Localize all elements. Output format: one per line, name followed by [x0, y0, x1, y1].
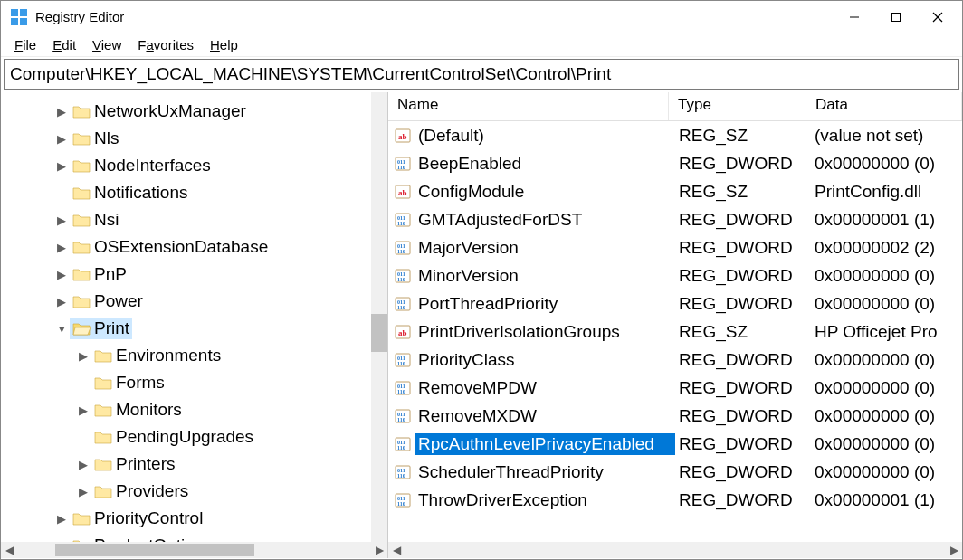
menu-help[interactable]: Help — [202, 35, 246, 54]
scroll-left-icon[interactable]: ◀ — [1, 544, 17, 556]
chevron-right-icon[interactable]: ▶ — [53, 241, 70, 254]
tree-item[interactable]: Notifications — [1, 179, 387, 206]
chevron-right-icon[interactable]: ▶ — [53, 214, 70, 227]
value-name: MinorVersion — [415, 265, 675, 287]
tree-item-label: Forms — [116, 373, 165, 393]
tree-item[interactable]: ▶Printers — [1, 451, 387, 478]
column-header-data[interactable]: Data — [806, 92, 962, 120]
value-data: 0x00000000 (0) — [811, 153, 939, 175]
string-value-icon: ab — [395, 128, 411, 144]
value-row[interactable]: 011110MinorVersionREG_DWORD0x00000000 (0… — [388, 261, 962, 289]
value-type: REG_DWORD — [675, 209, 811, 231]
scroll-right-icon[interactable]: ▶ — [946, 544, 962, 556]
tree-item[interactable]: ▶Providers — [1, 478, 387, 505]
tree-item[interactable]: ▶NodeInterfaces — [1, 152, 387, 179]
svg-text:ab: ab — [398, 188, 407, 197]
maximize-button[interactable] — [875, 3, 917, 32]
tree-scrollbar-thumb-h[interactable] — [55, 544, 254, 556]
value-row[interactable]: 011110GMTAdjustedForDSTREG_DWORD0x000000… — [388, 205, 962, 233]
folder-icon — [72, 267, 91, 282]
close-button[interactable] — [917, 3, 958, 32]
value-name: GMTAdjustedForDST — [415, 209, 675, 231]
tree-item[interactable]: PendingUpgrades — [1, 423, 387, 451]
menu-edit[interactable]: Edit — [44, 35, 84, 54]
folder-icon — [72, 185, 91, 201]
value-row[interactable]: 011110SchedulerThreadPriorityREG_DWORD0x… — [388, 458, 962, 486]
tree-scrollbar-horizontal[interactable]: ◀ ▶ — [1, 542, 387, 558]
value-row[interactable]: abConfigModuleREG_SZPrintConfig.dll — [388, 177, 962, 205]
registry-tree[interactable]: ▶NetworkUxManager▶Nls▶NodeInterfacesNoti… — [1, 92, 387, 558]
chevron-right-icon[interactable]: ▶ — [75, 403, 91, 417]
tree-item[interactable]: ▶PriorityControl — [1, 505, 387, 532]
chevron-right-icon[interactable]: ▶ — [75, 485, 91, 498]
value-row[interactable]: 011110RemoveMXDWREG_DWORD0x00000000 (0) — [388, 402, 962, 430]
value-name: ConfigModule — [415, 181, 675, 203]
tree-item-label: Notifications — [94, 183, 188, 203]
chevron-right-icon[interactable]: ▶ — [53, 512, 70, 526]
tree-item-label: PendingUpgrades — [116, 427, 253, 447]
tree-item[interactable]: Forms — [1, 369, 387, 396]
value-row[interactable]: 011110RpcAuthnLevelPrivacyEnabledREG_DWO… — [388, 430, 962, 458]
tree-pane: ▶NetworkUxManager▶Nls▶NodeInterfacesNoti… — [1, 92, 388, 558]
value-row[interactable]: ab(Default)REG_SZ(value not set) — [388, 121, 962, 149]
address-bar[interactable]: Computer\HKEY_LOCAL_MACHINE\SYSTEM\Curre… — [4, 59, 959, 90]
value-data: 0x00000000 (0) — [811, 349, 939, 371]
value-name: BeepEnabled — [415, 153, 675, 175]
tree-item[interactable]: ▶Power — [1, 288, 387, 315]
value-row[interactable]: 011110PortThreadPriorityREG_DWORD0x00000… — [388, 289, 962, 318]
value-row[interactable]: 011110PriorityClassREG_DWORD0x00000000 (… — [388, 346, 962, 374]
chevron-right-icon[interactable]: ▶ — [53, 295, 70, 308]
value-type: REG_SZ — [675, 321, 811, 343]
column-header-name[interactable]: Name — [388, 92, 669, 120]
tree-item[interactable]: ▾Print — [1, 315, 387, 342]
list-pane: Name Type Data ab(Default)REG_SZ(value n… — [388, 92, 962, 558]
tree-item[interactable]: ▶OSExtensionDatabase — [1, 233, 387, 261]
chevron-right-icon[interactable]: ▶ — [53, 105, 70, 119]
value-type: REG_DWORD — [675, 153, 811, 175]
tree-scrollbar-vertical[interactable] — [371, 92, 387, 542]
tree-item[interactable]: ▶Environments — [1, 342, 387, 369]
app-icon — [10, 8, 28, 26]
tree-item[interactable]: ▶NetworkUxManager — [1, 98, 387, 125]
tree-item-label: Environments — [116, 346, 221, 365]
tree-scrollbar-thumb-v[interactable] — [371, 314, 387, 352]
value-row[interactable]: 011110ThrowDriverExceptionREG_DWORD0x000… — [388, 486, 962, 514]
chevron-down-icon[interactable]: ▾ — [53, 322, 70, 336]
chevron-right-icon[interactable]: ▶ — [53, 159, 70, 173]
value-name: RemoveMPDW — [415, 377, 675, 399]
column-header-type[interactable]: Type — [669, 92, 806, 120]
value-row[interactable]: abPrintDriverIsolationGroupsREG_SZHP Off… — [388, 318, 962, 346]
chevron-right-icon[interactable]: ▶ — [53, 268, 70, 281]
scroll-left-icon[interactable]: ◀ — [388, 544, 405, 556]
menu-view[interactable]: View — [84, 35, 129, 54]
svg-text:110: 110 — [397, 249, 405, 254]
value-data: HP Officejet Pro — [811, 321, 941, 343]
minimize-button[interactable] — [834, 3, 875, 32]
menu-favorites[interactable]: Favorites — [129, 35, 202, 54]
svg-text:110: 110 — [397, 417, 405, 422]
value-name: MajorVersion — [415, 237, 675, 259]
tree-item[interactable]: ▶Nsi — [1, 206, 387, 233]
chevron-right-icon[interactable]: ▶ — [75, 458, 91, 471]
tree-item[interactable]: ▶Monitors — [1, 396, 387, 423]
menu-file[interactable]: File — [6, 35, 44, 54]
chevron-right-icon[interactable]: ▶ — [75, 349, 91, 363]
dword-value-icon: 011110 — [395, 380, 411, 396]
registry-values-list[interactable]: ab(Default)REG_SZ(value not set)011110Be… — [388, 121, 962, 514]
tree-item-label: OSExtensionDatabase — [94, 237, 268, 257]
tree-item-label: NodeInterfaces — [94, 156, 211, 176]
svg-rect-2 — [11, 18, 18, 25]
tree-item[interactable]: ▶Nls — [1, 125, 387, 152]
chevron-right-icon[interactable]: ▶ — [53, 132, 70, 146]
main-pane: ▶NetworkUxManager▶Nls▶NodeInterfacesNoti… — [1, 92, 962, 558]
value-data: (value not set) — [811, 125, 927, 147]
value-name: PortThreadPriority — [415, 293, 675, 315]
value-row[interactable]: 011110BeepEnabledREG_DWORD0x00000000 (0) — [388, 149, 962, 177]
dword-value-icon: 011110 — [395, 268, 411, 284]
list-scrollbar-horizontal[interactable]: ◀ ▶ — [388, 542, 962, 558]
value-row[interactable]: 011110MajorVersionREG_DWORD0x00000002 (2… — [388, 233, 962, 261]
scroll-right-icon[interactable]: ▶ — [371, 544, 387, 556]
tree-item-label: PnP — [94, 264, 127, 284]
tree-item[interactable]: ▶PnP — [1, 261, 387, 288]
value-row[interactable]: 011110RemoveMPDWREG_DWORD0x00000000 (0) — [388, 374, 962, 402]
